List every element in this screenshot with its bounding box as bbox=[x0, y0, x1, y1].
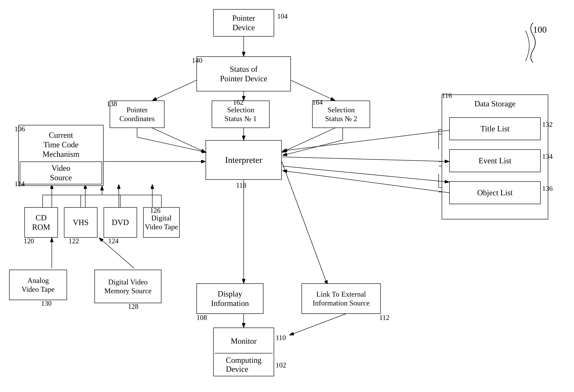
interpreter-box: Interpreter bbox=[205, 140, 282, 180]
title-list-box: Title List bbox=[449, 117, 541, 140]
vhs-box: VHS bbox=[64, 207, 98, 238]
svg-line-39 bbox=[283, 140, 343, 155]
svg-line-6 bbox=[152, 128, 205, 152]
video-source-label: VideoSource bbox=[50, 164, 72, 183]
data-storage-label: Data Storage bbox=[443, 96, 547, 111]
object-list-label: Object List bbox=[477, 188, 513, 197]
digital-video-memory-box: Digital VideoMemory Source bbox=[94, 270, 162, 303]
time-code-label: CurrentTime CodeMechanism bbox=[20, 126, 102, 163]
pointer-device-box: PointerDevice bbox=[213, 9, 274, 37]
status-pointer-box: Status ofPointer Device bbox=[196, 56, 291, 91]
display-information-id: 108 bbox=[196, 313, 207, 322]
video-source-box: VideoSource bbox=[20, 162, 102, 184]
title-list-id: 132 bbox=[542, 120, 553, 128]
object-list-id: 136 bbox=[542, 184, 553, 192]
computing-device-label: ComputingDevice bbox=[215, 354, 273, 375]
digital-video-memory-id: 128 bbox=[128, 302, 138, 310]
pointer-coordinates-box: PointerCoordinates bbox=[110, 101, 164, 128]
svg-line-41 bbox=[137, 137, 206, 152]
selection-status-1-id: 162 bbox=[233, 98, 244, 106]
dvd-box: DVD bbox=[103, 207, 137, 238]
monitor-label: Monitor bbox=[215, 329, 273, 353]
vhs-label: VHS bbox=[73, 218, 89, 227]
display-information-box: DisplayInformation bbox=[196, 283, 264, 314]
digital-video-tape-box: DigitalVideo Tape bbox=[143, 207, 180, 238]
selection-status-1-label: SelectionStatus № 1 bbox=[225, 105, 257, 123]
selection-status-2-label: SelectionStatus № 2 bbox=[325, 105, 357, 123]
interpreter-label: Interpreter bbox=[225, 155, 262, 165]
link-external-box: Link To ExternalInformation Source bbox=[302, 283, 381, 314]
digital-video-tape-label: DigitalVideo Tape bbox=[145, 214, 178, 231]
svg-line-27 bbox=[289, 314, 346, 335]
status-pointer-id: 140 bbox=[192, 56, 202, 64]
digital-video-tape-id: 126 bbox=[150, 206, 161, 214]
svg-line-35 bbox=[283, 157, 449, 162]
pointer-device-id: 104 bbox=[277, 12, 288, 20]
cd-rom-box: CDROM bbox=[24, 207, 58, 238]
dvd-label: DVD bbox=[112, 218, 129, 227]
video-source-id: 114 bbox=[15, 180, 25, 188]
interpreter-id: 118 bbox=[236, 181, 246, 189]
title-list-label: Title List bbox=[480, 124, 510, 133]
cd-rom-label: CDROM bbox=[32, 213, 50, 232]
status-pointer-label: Status ofPointer Device bbox=[220, 64, 267, 83]
cd-rom-id: 120 bbox=[24, 237, 34, 245]
event-list-id: 134 bbox=[542, 152, 553, 160]
svg-line-8 bbox=[282, 128, 335, 152]
pointer-coords-label: PointerCoordinates bbox=[119, 105, 155, 123]
pointer-device-label: PointerDevice bbox=[232, 13, 255, 32]
monitor-id: 110 bbox=[276, 334, 286, 342]
computing-device-id: 102 bbox=[276, 361, 286, 369]
curly-brace-100 bbox=[521, 20, 551, 65]
dvd-id: 124 bbox=[108, 237, 119, 245]
link-external-label: Link To ExternalInformation Source bbox=[313, 290, 370, 307]
analog-video-tape-box: AnalogVideo Tape bbox=[9, 270, 67, 300]
time-code-id: 106 bbox=[15, 125, 25, 133]
svg-line-37 bbox=[283, 166, 449, 182]
event-list-label: Event List bbox=[478, 156, 511, 165]
link-external-id: 112 bbox=[379, 313, 390, 322]
diagram: PointerDevice 104 Status ofPointer Devic… bbox=[0, 0, 574, 392]
event-list-box: Event List bbox=[449, 149, 541, 172]
digital-video-memory-label: Digital VideoMemory Source bbox=[104, 278, 152, 295]
selection-status-2-id: 164 bbox=[312, 98, 323, 106]
analog-video-tape-label: AnalogVideo Tape bbox=[21, 276, 55, 294]
object-list-box: Object List bbox=[449, 181, 541, 204]
pointer-coords-id: 138 bbox=[107, 100, 117, 108]
display-information-label: DisplayInformation bbox=[211, 289, 249, 308]
svg-line-11 bbox=[282, 162, 328, 285]
vhs-id: 122 bbox=[68, 237, 79, 245]
svg-line-34 bbox=[283, 130, 449, 151]
analog-video-tape-id: 130 bbox=[41, 299, 52, 308]
svg-line-36 bbox=[283, 171, 449, 193]
